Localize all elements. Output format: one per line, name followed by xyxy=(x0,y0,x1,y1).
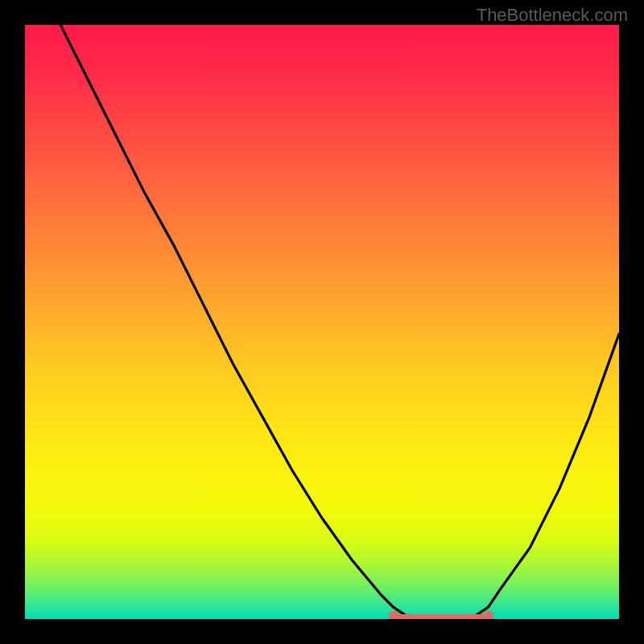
optimal-range-bar xyxy=(394,614,489,619)
optimal-range-dot-left xyxy=(389,611,398,619)
chart-plot-area xyxy=(25,25,619,619)
bottleneck-curve xyxy=(25,25,619,619)
watermark-text: TheBottleneck.com xyxy=(477,5,628,26)
optimal-range-dot-right xyxy=(484,611,493,619)
